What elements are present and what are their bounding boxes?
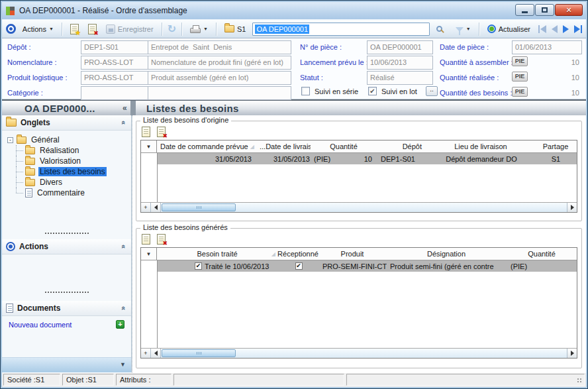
scrollbar-track[interactable] [161, 349, 567, 358]
scrollbar-thumb[interactable] [162, 203, 236, 211]
resize-grip[interactable] [577, 378, 583, 384]
unit-pie-badge[interactable]: PIE [512, 56, 528, 66]
sidebar-header[interactable]: OA DEP0000... « [2, 101, 130, 115]
unit-pie-badge[interactable]: PIE [512, 87, 528, 97]
save-button[interactable]: Enregistrer [103, 23, 156, 35]
column-header-depot[interactable]: Dépôt [377, 140, 427, 152]
scrollbar-track[interactable] [161, 203, 567, 212]
row-selector-dropdown[interactable]: ▼ [141, 140, 157, 152]
section-separator [45, 292, 89, 293]
tree-item-divers[interactable]: Divers [16, 177, 131, 188]
sidebar-footer[interactable]: ▼ [2, 357, 131, 372]
column-header-designation[interactable]: Désignation [386, 248, 507, 260]
column-header-date-livraison[interactable]: ...Date de livrais [256, 140, 311, 152]
minimize-button[interactable] [515, 4, 534, 16]
tree-item-commentaire[interactable]: Commentaire [16, 188, 131, 198]
filter-icon [456, 27, 464, 32]
delete-record-button[interactable] [85, 23, 99, 36]
tree-item-valorisation[interactable]: Valorisation [16, 156, 131, 166]
tree-item-label: Réalisation [38, 146, 80, 155]
scroll-right-button[interactable] [567, 203, 577, 212]
document-search-input[interactable]: OA DEP000001 [252, 23, 429, 36]
nomenclature-desc-field[interactable]: Nomenclature de produit fini (géré en lo… [148, 56, 291, 70]
lancement-field[interactable]: 10/06/2013 [367, 56, 433, 70]
grid-new-row-button[interactable] [142, 127, 150, 137]
documents-section-title: Documents [17, 304, 60, 313]
column-header-receptionne[interactable]: Réceptionné [277, 248, 318, 260]
suivi-serie-checkbox[interactable] [301, 87, 310, 95]
toolbar-separator [62, 23, 62, 36]
unit-pie-badge[interactable]: PIE [512, 72, 528, 82]
add-row-button[interactable]: + [141, 203, 151, 212]
company-folder-button[interactable]: S1 [222, 24, 248, 34]
toolbar-separator [216, 23, 217, 36]
refresh-icon[interactable]: ↻ [168, 24, 176, 34]
column-header-besoin-traite[interactable]: Besoin traité ◢ [157, 248, 277, 260]
scroll-left-button[interactable] [151, 349, 161, 358]
statut-label: Statut : [300, 74, 323, 82]
depot-code-field[interactable]: DEP1-S01 [81, 40, 148, 54]
last-record-button[interactable] [574, 25, 582, 33]
column-header-lieu-livraison[interactable]: Lieu de livraison [427, 140, 534, 152]
new-document-link[interactable]: Nouveau document [9, 321, 72, 329]
column-header-date-commande[interactable]: Date de commande prévue ◢ [157, 140, 256, 152]
column-header-produit[interactable]: Produit [318, 248, 386, 260]
title-bar[interactable]: OA DEP000001 - Réalisé - Ordre d'assembl… [2, 2, 586, 19]
close-button[interactable]: ✕ [555, 4, 583, 16]
scroll-right-button[interactable] [567, 349, 577, 358]
row-selector-dropdown[interactable]: ▼ [141, 248, 157, 260]
categorie-code-field[interactable] [81, 86, 148, 100]
new-record-button[interactable] [68, 23, 81, 36]
tree-item-general[interactable]: - Général [7, 135, 131, 145]
status-empty-panel [346, 374, 585, 386]
column-header-quantite[interactable]: Quantité [507, 248, 577, 260]
collapse-section-icon[interactable]: « [120, 245, 128, 249]
add-row-button[interactable]: + [141, 349, 151, 358]
produit-code-field[interactable]: PRO-ASS-LOT [81, 71, 148, 85]
table-row[interactable]: ✔ Traité le 10/06/2013 ✔ PRO-SEMI-FINI-C… [158, 260, 577, 272]
search-button[interactable] [434, 25, 449, 33]
onglets-section-header[interactable]: Onglets « [2, 115, 131, 131]
lot-detail-button[interactable]: .. [426, 86, 438, 96]
filter-button[interactable]: ▼ [453, 25, 473, 33]
refresh-list-button[interactable]: Actualiser [485, 23, 533, 34]
column-header-partage[interactable]: Partage [534, 140, 577, 152]
scrollbar-thumb[interactable] [162, 349, 236, 357]
grid-delete-row-button[interactable] [157, 234, 166, 245]
categorie-desc-field[interactable] [148, 86, 291, 100]
suivi-lot-checkbox[interactable]: ✔ [368, 87, 377, 95]
sidebar-collapse-icon[interactable]: « [122, 103, 127, 113]
horizontal-scrollbar[interactable]: + [141, 202, 577, 212]
receptionne-checkbox[interactable]: ✔ [295, 262, 303, 270]
depot-desc-field[interactable]: Entrepot de Saint Denis [148, 40, 291, 54]
first-record-button[interactable] [538, 25, 546, 33]
besoins-origine-title: Liste des besoins d'origine [140, 116, 231, 124]
numero-piece-field[interactable]: OA DEP000001 [367, 40, 433, 54]
collapse-section-icon[interactable]: « [120, 306, 128, 310]
tree-expand-icon[interactable]: - [7, 137, 13, 143]
print-button[interactable]: ▼ [187, 23, 211, 34]
actions-section-header[interactable]: Actions « [2, 239, 131, 254]
next-record-button[interactable] [563, 25, 569, 33]
collapse-section-icon[interactable]: « [120, 121, 128, 125]
actions-menu-button[interactable]: Actions ▼ [20, 24, 56, 34]
tree-item-listes-des-besoins[interactable]: Listes des besoins [16, 166, 131, 177]
date-piece-field[interactable]: 01/06/2013 [512, 40, 582, 54]
column-header-quantite[interactable]: Quantité [311, 140, 377, 152]
previous-record-button[interactable] [552, 25, 558, 33]
tree-item-realisation[interactable]: Réalisation [16, 145, 131, 156]
cell-depot: DEP1-S01 [377, 153, 428, 164]
statut-field[interactable]: Réalisé [367, 71, 433, 85]
scroll-left-button[interactable] [151, 203, 161, 212]
besoin-traite-checkbox[interactable]: ✔ [195, 262, 202, 270]
documents-section-header[interactable]: Documents « [2, 301, 131, 316]
horizontal-scrollbar[interactable]: + [141, 348, 577, 358]
grid-new-row-button[interactable] [142, 234, 150, 245]
grid-delete-row-button[interactable] [157, 127, 166, 137]
table-row[interactable]: 31/05/2013 31/05/2013 (PIE) 10 DEP1-S01 … [158, 153, 577, 164]
nomenclature-code-field[interactable]: PRO-ASS-LOT [81, 56, 148, 70]
add-document-button[interactable]: + [116, 320, 124, 329]
produit-desc-field[interactable]: Produit assemblé (géré en lot) [148, 71, 291, 85]
restore-button[interactable] [535, 4, 554, 16]
scroll-down-icon[interactable]: ▼ [120, 361, 126, 368]
